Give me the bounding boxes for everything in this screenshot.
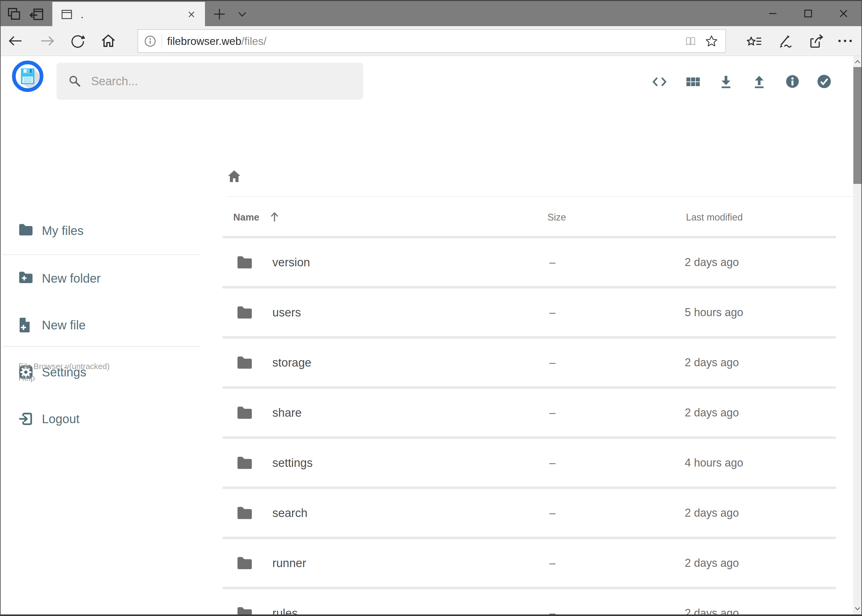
scroll-up-icon[interactable] [853,58,862,66]
back-button[interactable] [4,30,27,52]
sidebar: My files New folder New file [0,102,203,616]
browser-window: . [0,0,862,616]
back-icon [7,32,24,50]
row-name: storage [273,357,312,368]
tab-strip: . [0,0,862,26]
sidebar-item-my-files[interactable]: My files [0,219,203,242]
select-multiple-button[interactable] [816,74,832,90]
scroll-down-icon[interactable] [853,604,862,613]
sidebar-divider [2,346,201,347]
grid-icon [684,74,700,90]
web-note-pen-button[interactable] [774,30,796,52]
logout-icon [18,411,34,427]
maximize-button[interactable] [795,1,821,26]
search-input[interactable]: Search... [57,63,363,100]
file-browser-logo[interactable] [12,60,44,92]
row-modified: 2 days ago [685,508,739,519]
code-view-button[interactable] [651,74,668,90]
folder-icon [236,255,253,270]
table-row[interactable]: users–5 hours ago [222,286,836,336]
close-window-button[interactable] [830,1,857,26]
table-row[interactable]: storage–2 days ago [222,336,836,386]
close-icon [836,6,851,21]
row-name: share [273,407,302,418]
scrollbar-thumb[interactable] [853,67,862,184]
folder-icon [236,606,253,616]
download-button[interactable] [718,74,734,90]
sidebar-item-new-folder[interactable]: New folder [0,267,203,290]
sidebar-item-new-file[interactable]: New file [0,313,203,337]
plus-icon [212,7,227,22]
refresh-button[interactable] [66,30,89,52]
site-info-icon[interactable] [144,35,157,48]
app-header: Search... [0,56,862,102]
home-button[interactable] [97,30,120,52]
tab-dropdown-button[interactable] [233,5,251,23]
search-placeholder: Search... [91,75,138,88]
refresh-icon [69,33,86,49]
file-plus-icon [18,317,34,333]
upload-button[interactable] [751,74,767,90]
check-circle-icon [816,74,832,90]
favorites-hub-icon [746,33,763,49]
forward-button[interactable] [36,30,58,52]
row-modified: 2 days ago [685,257,739,268]
breadcrumb-divider [226,196,853,197]
pen-icon [777,33,793,49]
reading-view-icon[interactable] [684,34,698,48]
close-tab-icon[interactable] [185,8,198,20]
sidebar-item-logout[interactable]: Logout [0,407,203,431]
table-row[interactable]: search–2 days ago [222,487,836,537]
breadcrumb-home-icon[interactable] [227,169,241,183]
row-size: – [549,257,555,268]
table-row[interactable]: share–2 days ago [222,386,836,437]
row-size: – [549,558,555,569]
page-icon [60,7,74,22]
url-text[interactable]: filebrowser.web/files/ [167,36,266,46]
folder-icon [236,355,253,370]
folder-icon [236,506,253,520]
tab-preview-icon [6,6,22,22]
browser-tab[interactable]: . [52,2,205,27]
vertical-scrollbar[interactable] [853,56,862,616]
share-button[interactable] [805,30,827,52]
code-icon [651,74,668,90]
row-name: settings [273,457,313,469]
table-row[interactable]: version–2 days ago [222,236,836,286]
column-header-name[interactable]: Name [233,212,259,222]
row-size: – [549,508,555,519]
row-name: rules [273,607,298,616]
tab-preview-button[interactable] [5,5,23,23]
info-button[interactable] [785,74,801,90]
grid-view-button[interactable] [684,74,700,90]
column-header-size[interactable]: Size [547,212,566,222]
table-row[interactable]: runner–2 days ago [222,537,836,587]
new-tab-button[interactable] [211,5,229,23]
column-header-modified[interactable]: Last modified [686,212,742,222]
sidebar-item-label: Logout [42,413,79,425]
forward-icon [39,32,56,50]
minimize-button[interactable] [760,1,786,26]
table-row[interactable]: settings–4 hours ago [222,437,836,487]
row-size: – [549,407,555,418]
favorites-hub-button[interactable] [743,30,765,52]
app-version-text: File Browser v(untracked) [19,362,110,370]
set-tabs-aside-button[interactable] [28,5,46,23]
table-row[interactable]: rules–2 days ago [222,587,836,616]
row-modified: 2 days ago [685,407,739,418]
file-listing: version–2 days agousers–5 hours agostora… [222,236,836,616]
sort-ascending-icon[interactable] [268,211,281,223]
row-size: – [549,457,555,468]
row-name: users [273,306,301,318]
info-icon [785,74,801,90]
url-domain: filebrowser.web [167,35,241,47]
home-icon [100,32,117,50]
row-size: – [549,307,555,318]
ellipsis-icon [837,33,853,49]
favorite-star-icon[interactable] [704,34,719,48]
row-name: runner [273,557,306,569]
help-link[interactable]: Help [19,374,35,382]
more-options-button[interactable] [834,30,856,52]
address-bar[interactable]: filebrowser.web/files/ [137,29,726,53]
sidebar-item-label: New file [42,319,85,331]
